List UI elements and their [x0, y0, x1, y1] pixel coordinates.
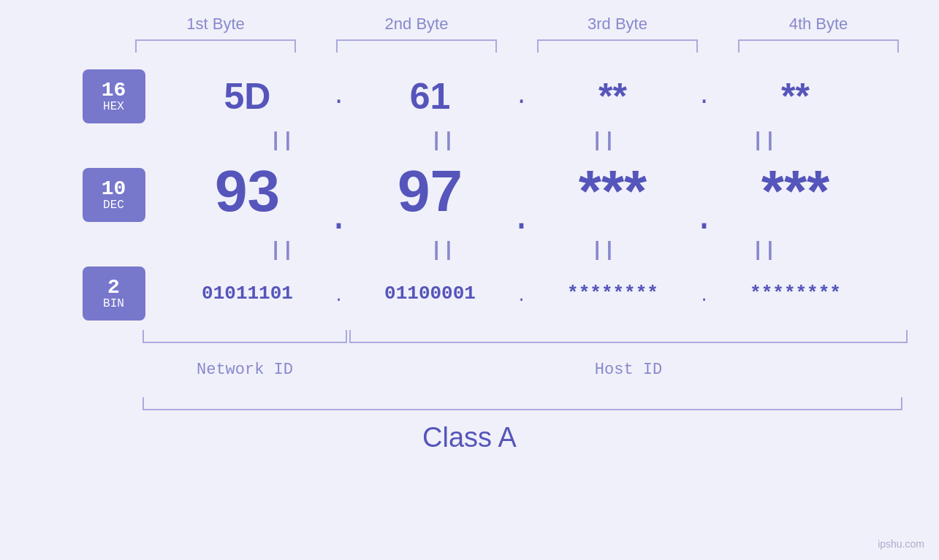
- dec-byte4-value: ***: [761, 158, 829, 223]
- class-label: Class A: [422, 422, 517, 453]
- dec-byte1-cell: 93: [167, 158, 328, 225]
- eq8: ||: [684, 239, 845, 261]
- dec-dot1: .: [328, 198, 350, 239]
- byte3-header: 3rd Byte: [537, 15, 698, 34]
- bin-bytes-area: 01011101 . 01100001 . ******** . *******…: [153, 282, 891, 306]
- hex-byte1-cell: 5D: [167, 75, 328, 118]
- bracket-byte1: [135, 39, 296, 53]
- eq5: ||: [202, 239, 362, 261]
- bin-dot1: .: [328, 288, 350, 306]
- bin-byte3-value: ********: [567, 283, 658, 304]
- bracket-byte4: [738, 39, 899, 53]
- eq3: ||: [523, 129, 684, 152]
- byte-headers-row: 1st Byte 2nd Byte 3rd Byte 4th Byte: [115, 15, 919, 34]
- dec-byte4-cell: ***: [715, 158, 876, 225]
- equals-row-2: || || || ||: [80, 235, 859, 264]
- network-id-label: Network ID: [142, 361, 347, 379]
- dec-byte2-cell: 97: [350, 158, 511, 225]
- header-brackets: [115, 39, 919, 53]
- byte4-header: 4th Byte: [738, 15, 899, 34]
- bin-badge-num: 2: [107, 277, 120, 298]
- watermark: ipshu.com: [878, 538, 924, 550]
- hex-dot1: .: [328, 83, 350, 110]
- bin-byte3-cell: ********: [533, 283, 693, 304]
- dec-byte3-cell: ***: [533, 158, 693, 225]
- dec-row: 10 DEC 93 . 97 . *** . ***: [49, 155, 891, 235]
- eq6: ||: [362, 239, 523, 261]
- eq-area-1: || || || ||: [187, 129, 859, 152]
- hex-badge: 16 HEX: [83, 69, 145, 123]
- byte1-header: 1st Byte: [135, 15, 296, 34]
- dec-byte1-value: 93: [215, 158, 280, 223]
- hex-dot2: .: [511, 83, 533, 110]
- bottom-brackets: [0, 330, 939, 346]
- class-bracket-row: [0, 397, 939, 412]
- eq2: ||: [362, 129, 523, 152]
- hex-byte2-cell: 61: [350, 75, 511, 118]
- hex-badge-num: 16: [102, 80, 126, 101]
- hex-byte3-value: **: [598, 76, 627, 117]
- dec-bytes-area: 93 . 97 . *** . ***: [153, 150, 891, 239]
- bin-byte4-cell: ********: [715, 283, 876, 304]
- host-bracket: [349, 330, 908, 343]
- host-id-label: Host ID: [349, 361, 908, 379]
- bracket-byte2: [336, 39, 497, 53]
- hex-byte4-cell: **: [715, 75, 876, 118]
- bin-dot2: .: [511, 288, 533, 306]
- dec-badge-base: DEC: [103, 199, 124, 211]
- dec-dot3: .: [693, 198, 715, 239]
- bin-byte2-cell: 01100001: [350, 283, 511, 304]
- eq4: ||: [684, 129, 845, 152]
- bin-byte1-cell: 01011101: [167, 283, 328, 304]
- hex-byte1-value: 5D: [224, 76, 271, 117]
- dec-badge-num: 10: [102, 179, 126, 199]
- network-bracket: [142, 330, 347, 343]
- dec-byte2-value: 97: [398, 158, 463, 223]
- class-bracket: [142, 397, 902, 410]
- bin-badge-base: BIN: [103, 298, 124, 310]
- bin-byte4-value: ********: [750, 283, 841, 304]
- dec-byte3-value: ***: [579, 158, 647, 223]
- bin-byte2-value: 01100001: [384, 283, 476, 304]
- hex-byte4-value: **: [781, 76, 810, 117]
- byte2-header: 2nd Byte: [336, 15, 497, 34]
- hex-byte3-cell: **: [533, 75, 693, 118]
- bracket-byte3: [537, 39, 698, 53]
- bin-badge: 2 BIN: [83, 266, 145, 321]
- hex-byte2-value: 61: [410, 76, 451, 117]
- hex-row: 16 HEX 5D . 61 . ** . **: [49, 67, 891, 126]
- hex-bytes-area: 5D . 61 . ** . **: [153, 75, 891, 118]
- main-container: 1st Byte 2nd Byte 3rd Byte 4th Byte 16 H…: [0, 0, 939, 560]
- eq-area-2: || || || ||: [187, 239, 859, 261]
- bin-dot3: .: [693, 288, 715, 306]
- bin-byte1-value: 01011101: [202, 283, 293, 304]
- eq1: ||: [202, 129, 362, 152]
- class-label-row: Class A: [0, 422, 939, 453]
- eq7: ||: [523, 239, 684, 261]
- id-labels-row: Network ID Host ID: [0, 361, 939, 390]
- bin-row: 2 BIN 01011101 . 01100001 . ******** . *…: [49, 264, 891, 323]
- hex-badge-base: HEX: [103, 101, 124, 112]
- dec-badge: 10 DEC: [83, 168, 145, 222]
- hex-dot3: .: [693, 83, 715, 110]
- dec-dot2: .: [511, 198, 533, 239]
